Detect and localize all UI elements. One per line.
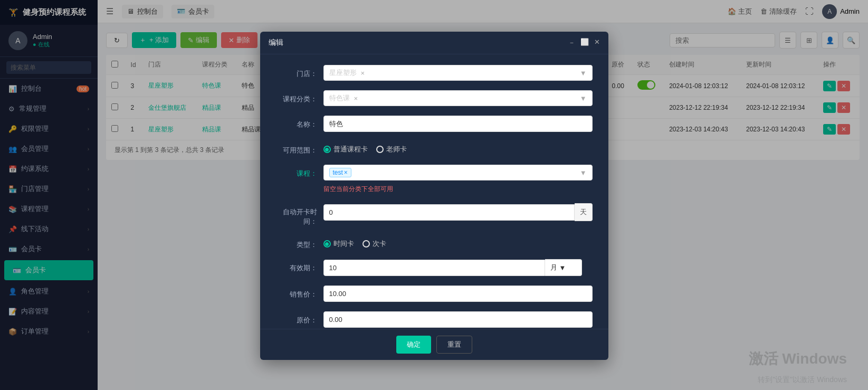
name-label: 名称：	[276, 116, 323, 129]
validity-input[interactable]	[323, 260, 545, 276]
range-option2[interactable]: 老师卡	[376, 145, 407, 154]
form-row-original: 原价：	[276, 311, 593, 328]
type-option1[interactable]: 时间卡	[323, 239, 354, 249]
course-select[interactable]: test × ▼	[323, 165, 593, 180]
modal-footer: 确定 重置	[260, 329, 608, 360]
store-label: 门店：	[276, 65, 323, 79]
price-label: 销售价：	[276, 286, 323, 299]
modal-minimize-icon[interactable]: －	[568, 38, 575, 47]
validity-unit-arrow-icon: ▼	[559, 264, 566, 272]
type-option2[interactable]: 次卡	[363, 239, 386, 249]
form-row-store: 门店： 星座塑形 × ▼	[276, 65, 593, 81]
form-row-name: 名称：	[276, 116, 593, 132]
modal-body: 门店： 星座塑形 × ▼ 课程分类： 特色课 × ▼	[260, 54, 608, 329]
course-hint: 留空当前分类下全部可用	[323, 185, 593, 194]
validity-unit-select[interactable]: 月 ▼	[545, 259, 582, 276]
modal-close-icon[interactable]: ✕	[594, 38, 600, 47]
validity-label: 有效期：	[276, 259, 323, 273]
course-tag-close-icon[interactable]: ×	[344, 169, 348, 176]
store-arrow-icon: ▼	[580, 69, 587, 77]
modal-title: 编辑	[269, 38, 283, 47]
form-row-auto-time: 自动开卡时间： 天	[276, 203, 593, 226]
auto-time-label: 自动开卡时间：	[276, 203, 323, 226]
original-label: 原价：	[276, 311, 323, 325]
type-radio-group: 时间卡 次卡	[323, 236, 593, 249]
price-input[interactable]	[323, 286, 593, 302]
course-arrow-icon: ▼	[580, 169, 587, 177]
modal-header: 编辑 － ⬜ ✕	[260, 32, 608, 54]
store-select[interactable]: 星座塑形 × ▼	[323, 65, 593, 81]
category-label: 课程分类：	[276, 90, 323, 104]
category-clear-icon[interactable]: ×	[354, 94, 358, 102]
category-value: 特色课	[329, 93, 350, 103]
form-row-price: 销售价：	[276, 286, 593, 302]
auto-time-input[interactable]	[323, 204, 575, 221]
radio-checked-icon	[323, 146, 331, 153]
course-tag: test ×	[329, 168, 351, 177]
form-row-course: 课程： test × ▼ 留空当前分类下全部可用	[276, 165, 593, 194]
confirm-button[interactable]: 确定	[396, 336, 431, 354]
category-arrow-icon: ▼	[580, 94, 587, 102]
modal-maximize-icon[interactable]: ⬜	[580, 38, 589, 47]
radio-checked-icon	[323, 240, 331, 248]
store-clear-icon[interactable]: ×	[361, 69, 365, 77]
form-row-range: 可用范围： 普通课程卡 老师卡	[276, 141, 593, 155]
modal-overlay: 编辑 － ⬜ ✕ 门店： 星座塑形 × ▼ 课	[0, 0, 868, 390]
range-label: 可用范围：	[276, 141, 323, 155]
radio-unchecked-icon	[376, 146, 384, 153]
reset-button[interactable]: 重置	[436, 336, 472, 354]
original-input[interactable]	[323, 311, 593, 328]
edit-modal: 编辑 － ⬜ ✕ 门店： 星座塑形 × ▼ 课	[260, 32, 608, 360]
name-input[interactable]	[323, 116, 593, 132]
category-select[interactable]: 特色课 × ▼	[323, 90, 593, 106]
course-label: 课程：	[276, 165, 323, 178]
form-row-category: 课程分类： 特色课 × ▼	[276, 90, 593, 106]
radio-unchecked-icon	[363, 240, 370, 248]
range-option1[interactable]: 普通课程卡	[323, 145, 368, 154]
type-label: 类型：	[276, 236, 323, 250]
auto-time-unit: 天	[575, 203, 593, 221]
form-row-type: 类型： 时间卡 次卡	[276, 236, 593, 250]
store-value: 星座塑形	[329, 68, 357, 78]
range-radio-group: 普通课程卡 老师卡	[323, 141, 593, 154]
form-row-validity: 有效期： 月 ▼	[276, 259, 593, 276]
